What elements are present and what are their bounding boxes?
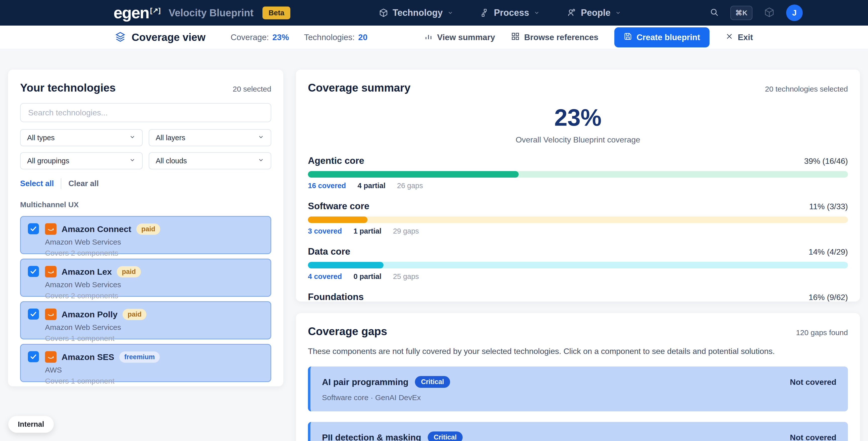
layers-filter-value: All layers (156, 134, 185, 142)
coverage-category-row: Foundations 16% (9/62) 9 covered 2 parti… (308, 292, 848, 302)
covered-count: 3 covered (308, 227, 342, 235)
technologies-panel-title: Your technologies (20, 81, 116, 94)
logo-arrow-icon: [↗] (150, 6, 160, 14)
coverage-summary-title: Coverage summary (308, 81, 410, 94)
category-name: Foundations (308, 292, 364, 302)
technology-covers: Covers 2 components (45, 292, 264, 300)
gaps-count: 29 gaps (393, 227, 419, 235)
technology-checkbox[interactable] (28, 223, 39, 234)
clear-all-link[interactable]: Clear all (68, 179, 99, 188)
technology-covers: Covers 2 components (45, 249, 264, 258)
nav-item-technology[interactable]: Technology (379, 7, 453, 18)
technology-name: Amazon SES (62, 352, 114, 362)
technologies-stat: Technologies: 20 (304, 33, 367, 42)
technology-covers: Covers 1 component (45, 334, 264, 343)
save-icon (624, 32, 632, 42)
chevron-down-icon (129, 157, 135, 165)
category-percent: 39% (16/46) (804, 157, 848, 166)
coverage-gaps-panel: Coverage gaps 120 gaps found These compo… (296, 313, 860, 441)
gaps-count: 25 gaps (393, 272, 419, 281)
overall-coverage-label: Overall Velocity Blueprint coverage (308, 135, 848, 144)
bar-chart-icon (424, 32, 433, 43)
nav-label: Technology (393, 7, 442, 18)
technology-vendor: AWS (45, 366, 264, 374)
gap-status: Not covered (790, 433, 836, 441)
gap-list: AI pair programming Critical Software co… (308, 367, 848, 441)
pricing-badge: paid (117, 266, 141, 277)
category-rows: Agentic core 39% (16/46) 16 covered 4 pa… (308, 156, 848, 302)
technology-checkbox[interactable] (28, 351, 39, 362)
coverage-gaps-title: Coverage gaps (308, 325, 387, 338)
coverage-category-row: Software core 11% (3/33) 3 covered 1 par… (308, 201, 848, 235)
category-progress-fill (308, 171, 519, 178)
exit-button[interactable]: Exit (725, 33, 753, 42)
avatar[interactable]: J (786, 4, 803, 21)
brand: egen[↗] Velocity Blueprint Beta (114, 3, 290, 22)
technology-vendor: Amazon Web Services (45, 323, 264, 332)
select-all-link[interactable]: Select all (20, 179, 54, 188)
view-summary-button[interactable]: View summary (424, 32, 495, 43)
nav-item-people[interactable]: People (567, 7, 621, 18)
technology-vendor: Amazon Web Services (45, 280, 264, 289)
beta-badge: Beta (262, 6, 290, 19)
create-blueprint-label: Create blueprint (637, 33, 700, 42)
category-progress-fill (308, 262, 383, 268)
category-progress-track (308, 171, 848, 178)
coverage-category-row: Agentic core 39% (16/46) 16 covered 4 pa… (308, 156, 848, 190)
search-icon[interactable] (710, 8, 719, 18)
partial-count: 4 partial (358, 181, 385, 190)
nav-item-process[interactable]: Process (481, 7, 540, 18)
types-filter-value: All types (27, 134, 55, 142)
view-title-group: Coverage view (115, 31, 206, 43)
technology-card[interactable]: Amazon Connect paid Amazon Web Services … (20, 216, 271, 254)
clouds-filter-value: All clouds (156, 157, 187, 165)
search-technologies-input[interactable] (20, 103, 271, 122)
selected-count: 20 selected (233, 85, 271, 93)
pricing-badge: paid (123, 309, 147, 320)
pricing-badge: freemium (119, 351, 160, 363)
technology-checkbox[interactable] (28, 266, 39, 277)
groupings-filter-select[interactable]: All groupings (20, 152, 143, 169)
partial-count: 1 partial (353, 227, 381, 235)
clouds-filter-select[interactable]: All clouds (149, 152, 271, 169)
chevron-down-icon (447, 10, 453, 16)
workspace-cube-icon[interactable] (764, 7, 775, 19)
view-summary-label: View summary (437, 33, 495, 42)
category-name: Agentic core (308, 156, 364, 166)
severity-badge: Critical (415, 376, 450, 388)
people-icon (567, 8, 577, 17)
category-progress-track (308, 262, 848, 268)
category-name: Software core (308, 201, 369, 211)
chevron-down-icon (258, 134, 264, 142)
technology-checkbox[interactable] (28, 309, 39, 319)
logo-text: egen (114, 4, 149, 22)
keyboard-shortcut-badge[interactable]: ⌘K (731, 6, 752, 20)
category-percent: 11% (3/33) (809, 202, 848, 211)
technology-card[interactable]: Amazon Polly paid Amazon Web Services Co… (20, 301, 271, 339)
category-progress-fill (308, 216, 367, 223)
chevron-down-icon (258, 157, 264, 165)
layers-filter-select[interactable]: All layers (149, 129, 271, 146)
gap-path: Software core · GenAI DevEx (322, 393, 450, 402)
gap-status: Not covered (790, 377, 836, 387)
nav-label: People (581, 7, 611, 18)
covered-count: 16 covered (308, 181, 346, 190)
grid-icon (511, 32, 520, 43)
technologies-label: Technologies: (304, 33, 354, 42)
technology-name: Amazon Polly (62, 310, 118, 319)
create-blueprint-button[interactable]: Create blueprint (614, 27, 710, 47)
category-name: Data core (308, 246, 350, 257)
category-percent: 14% (4/29) (808, 247, 848, 257)
technology-card[interactable]: Amazon SES freemium AWS Covers 1 compone… (20, 344, 271, 382)
egen-logo: egen[↗] (114, 3, 159, 22)
gap-card[interactable]: AI pair programming Critical Software co… (308, 367, 848, 411)
navbar-actions: ⌘K J (710, 4, 803, 21)
gap-card[interactable]: PII detection & masking Critical Data co… (308, 422, 848, 441)
technology-card[interactable]: Amazon Lex paid Amazon Web Services Cove… (20, 259, 271, 297)
types-filter-select[interactable]: All types (20, 129, 143, 146)
technologies-selected-label: 20 technologies selected (765, 85, 848, 93)
divider (61, 178, 61, 189)
coverage-summary-panel: Coverage summary 20 technologies selecte… (296, 69, 860, 302)
browse-references-button[interactable]: Browse references (511, 32, 598, 43)
cube-icon (379, 8, 388, 17)
